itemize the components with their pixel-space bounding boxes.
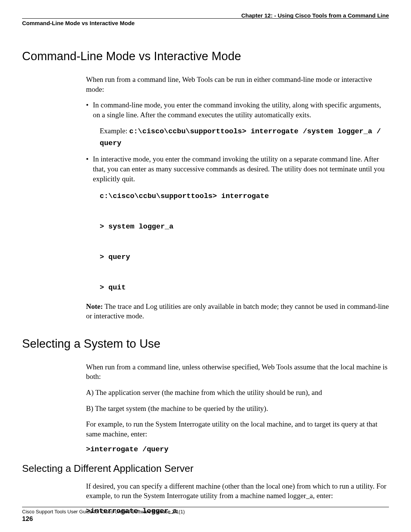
page-number: 126 xyxy=(22,515,389,523)
header-rule xyxy=(22,18,389,19)
s1-example-code: c:\cisco\ccbu\supporttools> interrogate … xyxy=(100,127,381,147)
s1-note: Note: The trace and Log utilities are on… xyxy=(86,302,389,321)
s2-p1: When run from a command line, unless oth… xyxy=(86,362,389,382)
s3-p1: If desired, you can specify a different … xyxy=(86,481,389,501)
s1-note-label: Note: xyxy=(86,302,103,310)
s2-p4: For example, to run the System Interroga… xyxy=(86,419,389,439)
s1-bullet-2: In interactive mode, you enter the comma… xyxy=(86,154,389,295)
heading-selecting-diff-app-server: Selecting a Different Application Server xyxy=(22,463,389,474)
footer-rule xyxy=(22,507,389,507)
section-2-content: When run from a command line, unless oth… xyxy=(86,362,389,454)
header-section: Command-Line Mode vs Interactive Mode xyxy=(22,20,135,26)
s1-codeblock: c:\cisco\ccbu\supporttools> interrogate … xyxy=(100,189,389,295)
s1-bullet-1: In command-line mode, you enter the comm… xyxy=(86,100,389,149)
s1-intro: When run from a command line, Web Tools … xyxy=(86,75,389,94)
header-chapter: Chapter 12: - Using Cisco Tools from a C… xyxy=(241,12,389,19)
s1-example: Example: c:\cisco\ccbu\supporttools> int… xyxy=(100,125,389,149)
s2-code: >interrogate /query xyxy=(86,445,389,454)
s2-p3: B) The target system (the machine to be … xyxy=(86,404,389,414)
page: Chapter 12: - Using Cisco Tools from a C… xyxy=(0,0,411,532)
footer: Cisco Support Tools User Guide for Cisco… xyxy=(22,507,389,523)
footer-text: Cisco Support Tools User Guide for Cisco… xyxy=(22,509,389,514)
heading-selecting-system: Selecting a System to Use xyxy=(22,337,389,351)
s1-bullets: In command-line mode, you enter the comm… xyxy=(86,100,389,295)
s1-note-text: The trace and Log utilities are only ava… xyxy=(86,302,389,320)
s1-bullet-2-text: In interactive mode, you enter the comma… xyxy=(93,154,389,184)
body: Command-Line Mode vs Interactive Mode Wh… xyxy=(22,46,389,519)
s1-bullet-1-text: In command-line mode, you enter the comm… xyxy=(93,100,389,120)
heading-cli-vs-interactive: Command-Line Mode vs Interactive Mode xyxy=(22,50,389,63)
s2-p2: A) The application server (the machine f… xyxy=(86,388,389,398)
section-1-content: When run from a command line, Web Tools … xyxy=(86,75,389,321)
s1-example-label: Example: xyxy=(100,127,129,135)
